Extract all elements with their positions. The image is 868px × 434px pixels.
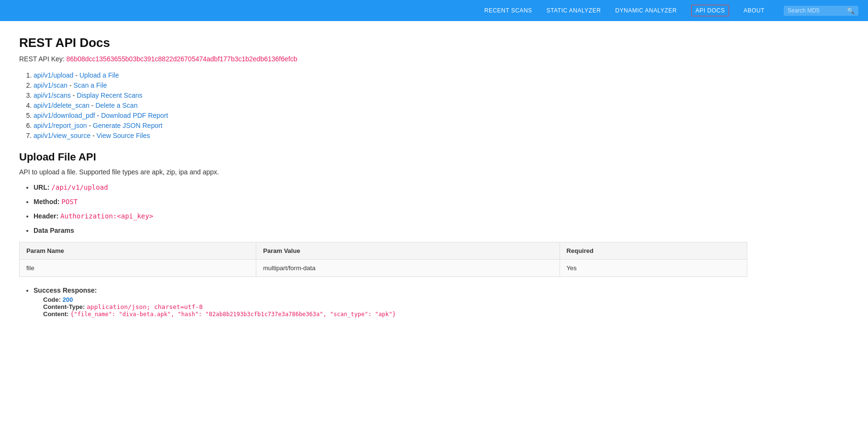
link-upload-path[interactable]: api/v1/upload (34, 71, 73, 79)
navbar-link-about[interactable]: ABOUT (743, 7, 765, 14)
success-response-label: Success Response: (34, 286, 97, 294)
method-item: Method: POST (34, 198, 747, 206)
upload-section-title: Upload File API (19, 151, 747, 163)
link-scan-desc[interactable]: Scan a File (73, 81, 107, 89)
cell-required: Yes (560, 260, 747, 277)
header-item: Header: Authorization:<api_key> (34, 212, 747, 220)
link-upload-desc[interactable]: Upload a File (80, 71, 119, 79)
url-value-text: /api/v1/upload (51, 183, 108, 191)
method-value-text: POST (61, 198, 78, 206)
link-delete-scan-path[interactable]: api/v1/delete_scan (34, 102, 90, 109)
content-type-value-text: application/json; charset=utf-8 (87, 303, 203, 310)
link-scans-path[interactable]: api/v1/scans (34, 91, 71, 99)
data-params-item: Data Params (34, 227, 747, 234)
url-item: URL: /api/v1/upload (34, 183, 747, 191)
content-label: Content: (43, 310, 69, 318)
link-view-source-desc[interactable]: View Source Files (97, 132, 150, 139)
upload-section-desc: API to upload a file. Supported file typ… (19, 168, 747, 176)
link-download-pdf-path[interactable]: api/v1/download_pdf (34, 112, 95, 119)
code-value-text: 200 (62, 296, 73, 303)
success-response-item: Success Response: Code: 200 Content-Type… (34, 286, 747, 318)
upload-params-list: URL: /api/v1/upload Method: POST Header:… (34, 183, 747, 234)
response-detail: Code: 200 Content-Type: application/json… (43, 296, 747, 318)
content-value-text: {"file_name": "diva-beta.apk", "hash": "… (70, 311, 396, 318)
response-code-row: Code: 200 (43, 296, 747, 303)
list-item: api/v1/scan - Scan a File (34, 81, 747, 89)
list-item: api/v1/download_pdf - Download PDF Repor… (34, 112, 747, 119)
link-report-json-desc[interactable]: Generate JSON Report (93, 122, 163, 129)
api-key-row: REST API Key: 86b08dcc13563655b03bc391c8… (19, 55, 747, 63)
list-item: api/v1/upload - Upload a File (34, 71, 747, 79)
cell-param-name: file (20, 260, 256, 277)
link-scans-desc[interactable]: Display Recent Scans (77, 91, 142, 99)
link-download-pdf-desc[interactable]: Download PDF Report (101, 112, 168, 119)
list-item: api/v1/scans - Display Recent Scans (34, 91, 747, 99)
link-delete-scan-desc[interactable]: Delete a Scan (95, 102, 137, 109)
list-item: api/v1/delete_scan - Delete a Scan (34, 102, 747, 109)
link-report-json-path[interactable]: api/v1/report_json (34, 122, 87, 129)
col-param-name: Param Name (20, 242, 256, 260)
list-item: api/v1/view_source - View Source Files (34, 132, 747, 139)
navbar-links: RECENT SCANS STATIC ANALYZER DYNAMIC ANA… (484, 5, 858, 16)
api-key-value: 86b08dcc13563655b03bc391c8822d26705474ad… (67, 55, 297, 63)
cell-param-value: multipart/form-data (256, 260, 560, 277)
api-key-label: REST API Key: (19, 55, 65, 63)
header-label: Header: (34, 212, 58, 220)
api-links-list: api/v1/upload - Upload a File api/v1/sca… (34, 71, 747, 139)
header-value-text: Authorization:<api_key> (60, 212, 153, 220)
url-label: URL: (34, 183, 49, 191)
navbar: RECENT SCANS STATIC ANALYZER DYNAMIC ANA… (0, 0, 868, 21)
col-param-value: Param Value (256, 242, 560, 260)
table-row: file multipart/form-data Yes (20, 260, 747, 277)
navbar-link-static-analyzer[interactable]: STATIC ANALYZER (547, 7, 601, 14)
list-item: api/v1/report_json - Generate JSON Repor… (34, 122, 747, 129)
table-header-row: Param Name Param Value Required (20, 242, 747, 260)
method-label: Method: (34, 198, 59, 206)
data-params-label: Data Params (34, 227, 74, 234)
navbar-link-dynamic-analyzer[interactable]: DYNAMIC ANALYZER (615, 7, 676, 14)
link-view-source-path[interactable]: api/v1/view_source (34, 132, 91, 139)
search-box: 🔍 (784, 6, 858, 16)
navbar-link-api-docs[interactable]: API DOCS (691, 5, 729, 16)
search-button[interactable]: 🔍 (847, 7, 855, 14)
content-type-row: Content-Type: application/json; charset=… (43, 303, 747, 310)
content-type-label: Content-Type: (43, 303, 85, 310)
col-required: Required (560, 242, 747, 260)
code-label: Code: (43, 296, 61, 303)
main-content: REST API Docs REST API Key: 86b08dcc1356… (0, 21, 766, 340)
navbar-link-recent-scans[interactable]: RECENT SCANS (484, 7, 532, 14)
search-input[interactable] (788, 7, 845, 14)
content-row: Content: {"file_name": "diva-beta.apk", … (43, 310, 747, 318)
page-title: REST API Docs (19, 35, 747, 50)
success-response-list: Success Response: Code: 200 Content-Type… (34, 286, 747, 318)
link-scan-path[interactable]: api/v1/scan (34, 81, 68, 89)
params-table: Param Name Param Value Required file mul… (19, 242, 747, 277)
